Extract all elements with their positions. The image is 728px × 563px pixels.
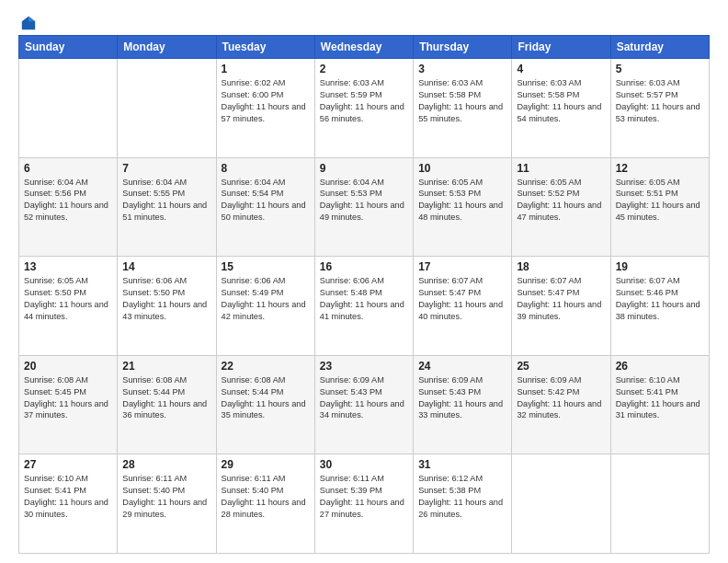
day-info: Sunrise: 6:05 AM Sunset: 5:53 PM Dayligh… <box>418 177 506 224</box>
calendar-cell: 16 Sunrise: 6:06 AM Sunset: 5:48 PM Dayl… <box>314 257 413 356</box>
week-row-3: 13 Sunrise: 6:05 AM Sunset: 5:50 PM Dayl… <box>19 257 710 356</box>
day-number: 22 <box>222 360 310 373</box>
day-info: Sunrise: 6:09 AM Sunset: 5:43 PM Dayligh… <box>320 374 408 422</box>
weekday-header-tuesday: Tuesday <box>216 36 314 59</box>
weekday-header-saturday: Saturday <box>610 36 709 59</box>
calendar-cell: 17 Sunrise: 6:07 AM Sunset: 5:47 PM Dayl… <box>414 257 512 356</box>
calendar-cell <box>118 59 216 158</box>
week-row-5: 27 Sunrise: 6:10 AM Sunset: 5:41 PM Dayl… <box>19 454 710 554</box>
calendar-cell: 9 Sunrise: 6:04 AM Sunset: 5:53 PM Dayli… <box>314 157 413 257</box>
calendar-cell: 15 Sunrise: 6:06 AM Sunset: 5:49 PM Dayl… <box>216 257 314 356</box>
day-number: 20 <box>24 360 112 373</box>
day-info: Sunrise: 6:04 AM Sunset: 5:56 PM Dayligh… <box>24 177 112 224</box>
calendar-cell: 29 Sunrise: 6:11 AM Sunset: 5:40 PM Dayl… <box>216 454 314 554</box>
day-info: Sunrise: 6:08 AM Sunset: 5:44 PM Dayligh… <box>122 374 210 422</box>
calendar-cell: 13 Sunrise: 6:05 AM Sunset: 5:50 PM Dayl… <box>19 257 118 356</box>
calendar-cell: 25 Sunrise: 6:09 AM Sunset: 5:42 PM Dayl… <box>512 355 610 454</box>
calendar-cell: 14 Sunrise: 6:06 AM Sunset: 5:50 PM Dayl… <box>118 257 216 356</box>
day-number: 25 <box>517 360 605 373</box>
calendar-cell: 7 Sunrise: 6:04 AM Sunset: 5:55 PM Dayli… <box>118 157 216 257</box>
logo-text <box>18 15 37 31</box>
day-number: 3 <box>418 63 506 75</box>
calendar-cell: 23 Sunrise: 6:09 AM Sunset: 5:43 PM Dayl… <box>314 355 413 454</box>
day-number: 10 <box>418 162 506 175</box>
calendar-cell: 26 Sunrise: 6:10 AM Sunset: 5:41 PM Dayl… <box>610 355 709 454</box>
calendar-cell: 24 Sunrise: 6:09 AM Sunset: 5:43 PM Dayl… <box>414 355 512 454</box>
day-number: 5 <box>616 63 704 75</box>
week-row-1: 1 Sunrise: 6:02 AM Sunset: 6:00 PM Dayli… <box>19 59 710 158</box>
day-number: 8 <box>222 162 310 175</box>
weekday-header-sunday: Sunday <box>19 36 118 59</box>
calendar-cell: 3 Sunrise: 6:03 AM Sunset: 5:58 PM Dayli… <box>414 59 512 158</box>
day-number: 16 <box>320 260 408 273</box>
day-number: 14 <box>122 260 210 273</box>
day-info: Sunrise: 6:11 AM Sunset: 5:40 PM Dayligh… <box>222 473 310 521</box>
calendar-cell: 22 Sunrise: 6:08 AM Sunset: 5:44 PM Dayl… <box>216 355 314 454</box>
logo <box>18 15 37 28</box>
day-info: Sunrise: 6:04 AM Sunset: 5:55 PM Dayligh… <box>122 177 210 224</box>
page: SundayMondayTuesdayWednesdayThursdayFrid… <box>0 0 728 563</box>
day-number: 30 <box>320 458 408 471</box>
day-number: 4 <box>517 63 605 75</box>
calendar-cell <box>19 59 118 158</box>
day-info: Sunrise: 6:08 AM Sunset: 5:44 PM Dayligh… <box>222 374 310 422</box>
day-info: Sunrise: 6:03 AM Sunset: 5:58 PM Dayligh… <box>517 77 605 125</box>
weekday-header-thursday: Thursday <box>414 36 512 59</box>
day-info: Sunrise: 6:04 AM Sunset: 5:54 PM Dayligh… <box>222 177 310 224</box>
day-info: Sunrise: 6:09 AM Sunset: 5:42 PM Dayligh… <box>517 374 605 422</box>
day-info: Sunrise: 6:11 AM Sunset: 5:40 PM Dayligh… <box>122 473 210 521</box>
day-info: Sunrise: 6:10 AM Sunset: 5:41 PM Dayligh… <box>616 374 704 422</box>
day-number: 1 <box>222 63 310 75</box>
calendar-cell: 10 Sunrise: 6:05 AM Sunset: 5:53 PM Dayl… <box>414 157 512 257</box>
day-number: 17 <box>418 260 506 273</box>
day-info: Sunrise: 6:03 AM Sunset: 5:57 PM Dayligh… <box>616 77 704 125</box>
week-row-4: 20 Sunrise: 6:08 AM Sunset: 5:45 PM Dayl… <box>19 355 710 454</box>
day-number: 2 <box>320 63 408 75</box>
day-number: 28 <box>122 458 210 471</box>
day-number: 26 <box>616 360 704 373</box>
calendar-cell: 2 Sunrise: 6:03 AM Sunset: 5:59 PM Dayli… <box>314 59 413 158</box>
day-info: Sunrise: 6:05 AM Sunset: 5:50 PM Dayligh… <box>24 275 112 323</box>
day-number: 15 <box>222 260 310 273</box>
day-info: Sunrise: 6:05 AM Sunset: 5:51 PM Dayligh… <box>616 177 704 224</box>
day-number: 7 <box>122 162 210 175</box>
calendar-cell: 12 Sunrise: 6:05 AM Sunset: 5:51 PM Dayl… <box>610 157 709 257</box>
calendar-cell: 5 Sunrise: 6:03 AM Sunset: 5:57 PM Dayli… <box>610 59 709 158</box>
day-number: 11 <box>517 162 605 175</box>
day-info: Sunrise: 6:06 AM Sunset: 5:48 PM Dayligh… <box>320 275 408 323</box>
calendar-cell: 21 Sunrise: 6:08 AM Sunset: 5:44 PM Dayl… <box>118 355 216 454</box>
day-info: Sunrise: 6:11 AM Sunset: 5:39 PM Dayligh… <box>320 473 408 521</box>
day-info: Sunrise: 6:07 AM Sunset: 5:47 PM Dayligh… <box>418 275 506 323</box>
day-info: Sunrise: 6:08 AM Sunset: 5:45 PM Dayligh… <box>24 374 112 422</box>
day-number: 12 <box>616 162 704 175</box>
calendar-cell <box>610 454 709 554</box>
day-number: 31 <box>418 458 506 471</box>
calendar-cell: 4 Sunrise: 6:03 AM Sunset: 5:58 PM Dayli… <box>512 59 610 158</box>
day-info: Sunrise: 6:03 AM Sunset: 5:58 PM Dayligh… <box>418 77 506 125</box>
day-number: 27 <box>24 458 112 471</box>
day-info: Sunrise: 6:07 AM Sunset: 5:46 PM Dayligh… <box>616 275 704 323</box>
day-number: 23 <box>320 360 408 373</box>
calendar-cell: 18 Sunrise: 6:07 AM Sunset: 5:47 PM Dayl… <box>512 257 610 356</box>
weekday-header-row: SundayMondayTuesdayWednesdayThursdayFrid… <box>19 36 710 59</box>
calendar-cell <box>512 454 610 554</box>
calendar-cell: 19 Sunrise: 6:07 AM Sunset: 5:46 PM Dayl… <box>610 257 709 356</box>
header <box>18 15 710 28</box>
logo-icon <box>20 15 37 31</box>
calendar-cell: 1 Sunrise: 6:02 AM Sunset: 6:00 PM Dayli… <box>216 59 314 158</box>
day-number: 13 <box>24 260 112 273</box>
calendar-cell: 6 Sunrise: 6:04 AM Sunset: 5:56 PM Dayli… <box>19 157 118 257</box>
weekday-header-friday: Friday <box>512 36 610 59</box>
calendar-cell: 27 Sunrise: 6:10 AM Sunset: 5:41 PM Dayl… <box>19 454 118 554</box>
calendar-cell: 28 Sunrise: 6:11 AM Sunset: 5:40 PM Dayl… <box>118 454 216 554</box>
day-number: 29 <box>222 458 310 471</box>
day-info: Sunrise: 6:06 AM Sunset: 5:50 PM Dayligh… <box>122 275 210 323</box>
day-number: 9 <box>320 162 408 175</box>
weekday-header-monday: Monday <box>118 36 216 59</box>
day-info: Sunrise: 6:10 AM Sunset: 5:41 PM Dayligh… <box>24 473 112 521</box>
day-info: Sunrise: 6:09 AM Sunset: 5:43 PM Dayligh… <box>418 374 506 422</box>
day-info: Sunrise: 6:02 AM Sunset: 6:00 PM Dayligh… <box>222 77 310 125</box>
day-number: 24 <box>418 360 506 373</box>
calendar-cell: 11 Sunrise: 6:05 AM Sunset: 5:52 PM Dayl… <box>512 157 610 257</box>
week-row-2: 6 Sunrise: 6:04 AM Sunset: 5:56 PM Dayli… <box>19 157 710 257</box>
